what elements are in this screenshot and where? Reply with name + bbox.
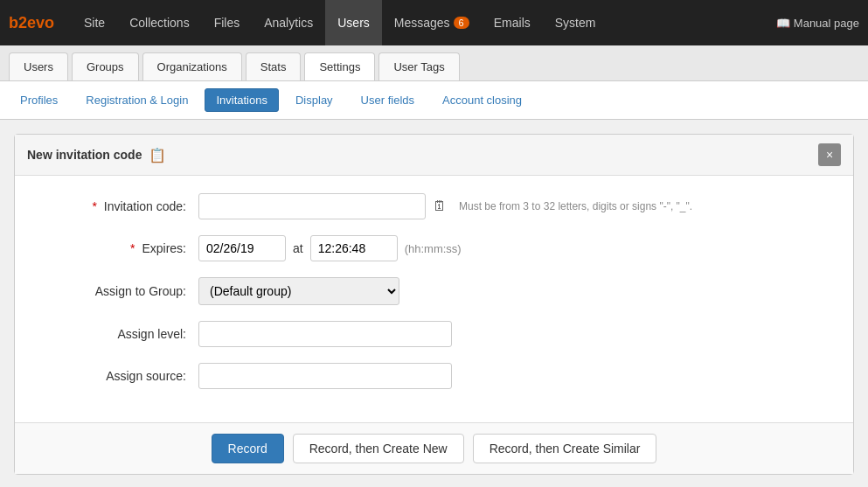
assign-source-row: Assign source:: [41, 363, 827, 389]
sub-tab-account-closing[interactable]: Account closing: [431, 88, 533, 112]
nav-item-messages[interactable]: Messages 6: [382, 0, 482, 45]
expires-label: * Expires:: [41, 241, 198, 255]
assign-level-row: Assign level:: [41, 321, 827, 347]
invitation-code-wrapper: 🗓 Must be from 3 to 32 letters, digits o…: [198, 193, 692, 219]
panel-close-button[interactable]: ×: [818, 143, 841, 166]
invitation-code-label: * Invitation code:: [41, 199, 198, 213]
nav-item-emails[interactable]: Emails: [482, 0, 543, 45]
top-navigation: b2evo Site Collections Files Analytics U…: [0, 0, 868, 45]
assign-group-label: Assign to Group:: [41, 284, 198, 298]
invitation-code-row: * Invitation code: 🗓 Must be from 3 to 3…: [41, 193, 827, 219]
assign-level-label: Assign level:: [41, 327, 198, 341]
sub-tab-profiles[interactable]: Profiles: [9, 88, 69, 112]
invitation-panel: New invitation code 📋 × * Invitation cod…: [14, 134, 854, 475]
brand-logo[interactable]: b2evo: [9, 14, 54, 32]
nav-item-system[interactable]: System: [543, 0, 608, 45]
tab-groups[interactable]: Groups: [72, 52, 139, 80]
tab-stats[interactable]: Stats: [246, 52, 302, 80]
assign-group-select[interactable]: (Default group): [198, 277, 399, 305]
third-navigation: Profiles Registration & Login Invitation…: [0, 81, 868, 120]
assign-group-row: Assign to Group: (Default group): [41, 277, 827, 305]
nav-item-site[interactable]: Site: [72, 0, 117, 45]
invitation-code-input[interactable]: [198, 193, 426, 219]
sub-tab-user-fields[interactable]: User fields: [350, 88, 426, 112]
main-content: New invitation code 📋 × * Invitation cod…: [0, 120, 868, 487]
tab-settings[interactable]: Settings: [304, 52, 375, 80]
nav-item-users[interactable]: Users: [325, 0, 382, 45]
panel-title: New invitation code 📋: [27, 147, 166, 163]
expires-time-input[interactable]: [310, 235, 398, 261]
nav-item-files[interactable]: Files: [202, 0, 253, 45]
expires-date-input[interactable]: [198, 235, 286, 261]
tab-users[interactable]: Users: [9, 52, 68, 80]
sub-tab-registration[interactable]: Registration & Login: [74, 88, 199, 112]
record-then-similar-button[interactable]: Record, then Create Similar: [473, 434, 657, 463]
expires-wrapper: at (hh:mm:ss): [198, 235, 462, 261]
tab-user-tags[interactable]: User Tags: [378, 52, 459, 80]
generate-icon[interactable]: 🗓: [433, 198, 447, 214]
invitation-code-hint: Must be from 3 to 32 letters, digits or …: [459, 200, 692, 212]
panel-form: * Invitation code: 🗓 Must be from 3 to 3…: [15, 176, 853, 422]
tab-organizations[interactable]: Organizations: [142, 52, 242, 80]
record-then-new-button[interactable]: Record, then Create New: [293, 434, 464, 463]
nav-item-collections[interactable]: Collections: [117, 0, 201, 45]
messages-badge: 6: [454, 17, 469, 29]
book-icon: 📋: [149, 147, 166, 163]
assign-group-wrapper: (Default group): [198, 277, 399, 305]
sub-tab-invitations[interactable]: Invitations: [205, 88, 279, 112]
at-label: at: [293, 241, 303, 255]
manual-page-link[interactable]: 📖 Manual page: [776, 17, 859, 30]
assign-source-input[interactable]: [198, 363, 452, 389]
expires-row: * Expires: at (hh:mm:ss): [41, 235, 827, 261]
panel-header: New invitation code 📋 ×: [15, 135, 853, 176]
panel-footer: Record Record, then Create New Record, t…: [15, 422, 853, 474]
record-button[interactable]: Record: [212, 434, 284, 463]
assign-level-input[interactable]: [198, 321, 452, 347]
time-hint: (hh:mm:ss): [405, 242, 462, 255]
assign-source-label: Assign source:: [41, 369, 198, 383]
book-icon: 📖: [776, 17, 790, 30]
top-nav-items: Site Collections Files Analytics Users M…: [72, 0, 776, 45]
sub-tab-display[interactable]: Display: [284, 88, 344, 112]
nav-item-analytics[interactable]: Analytics: [252, 0, 325, 45]
second-navigation: Users Groups Organizations Stats Setting…: [0, 45, 868, 81]
